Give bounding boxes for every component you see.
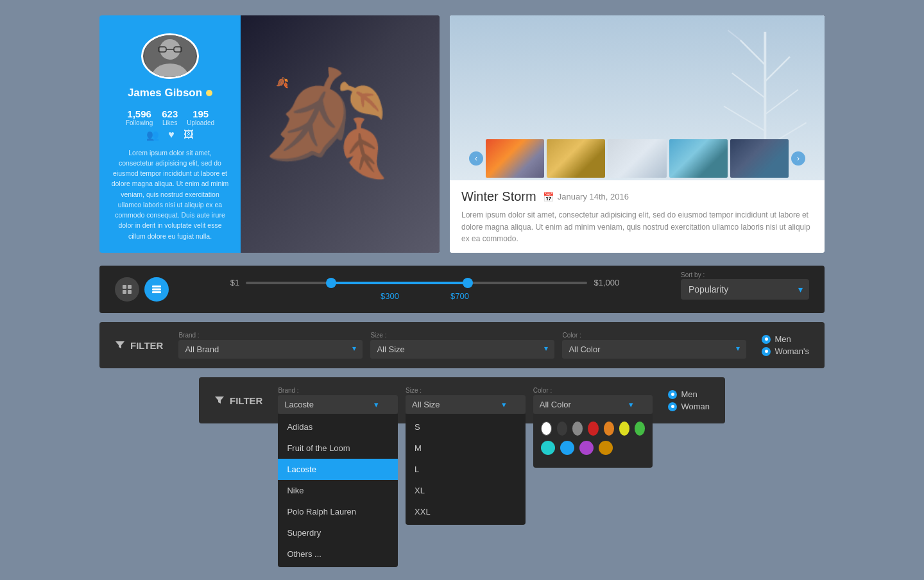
thumbnail-4[interactable] xyxy=(669,139,728,178)
filter-title-1: FILTER xyxy=(130,340,163,351)
filter-title-2: FILTER xyxy=(230,395,262,406)
svg-rect-24 xyxy=(152,291,161,293)
range-fill xyxy=(331,282,468,284)
sort-label: Sort by : xyxy=(681,271,705,278)
color-white[interactable] xyxy=(541,422,552,436)
brand-select-wrap-1: Brand : All Brand ▾ xyxy=(178,332,363,359)
size-option-s[interactable]: S xyxy=(406,416,526,438)
price-range-area: $1 $1,000 $300 $700 xyxy=(182,278,668,301)
radio-woman-2[interactable]: Woman xyxy=(668,402,710,411)
color-green[interactable] xyxy=(635,422,645,436)
brand-select-wrap-2: Brand : Lacoste ▾ Adidas Fruit of the Lo… xyxy=(278,387,398,414)
size-option-l[interactable]: L xyxy=(406,459,526,480)
color-dropdown-2 xyxy=(533,414,653,468)
gallery-info: Winter Storm 📅 January 14th, 2016 Lorem … xyxy=(450,180,825,253)
profile-name: James Gibson xyxy=(128,87,212,99)
gallery-thumbnails: ‹ › xyxy=(450,137,825,180)
size-option-xl[interactable]: XL xyxy=(406,480,526,501)
brand-option-nike[interactable]: Nike xyxy=(278,480,398,501)
sort-select[interactable]: Popularity Price: Low to High Price: Hig… xyxy=(681,279,809,300)
filter-label-1: FILTER xyxy=(115,340,163,351)
size-option-m[interactable]: M xyxy=(406,438,526,459)
brand-select-display-2[interactable]: Lacoste ▾ xyxy=(278,395,398,414)
color-blue[interactable] xyxy=(560,441,574,455)
brand-option-fotl[interactable]: Fruit of the Loom xyxy=(278,438,398,459)
size-select-wrap-1: Size : All Size ▾ xyxy=(370,332,554,359)
color-select-display-2[interactable]: All Color ▾ xyxy=(533,395,653,414)
profile-left: James Gibson 1,596 Following 623 Likes 1… xyxy=(99,15,241,253)
stat-uploaded: 195 Uploaded xyxy=(187,108,214,126)
size-select-display-2[interactable]: All Size ▾ xyxy=(406,395,526,414)
size-dropdown-2: S M L XL XXL xyxy=(406,414,526,525)
range-thumb-left[interactable] xyxy=(326,278,336,288)
color-teal[interactable] xyxy=(541,441,555,455)
filter-bar-2-container: FILTER Brand : Lacoste ▾ Adidas Fruit of… xyxy=(99,377,825,423)
svg-rect-23 xyxy=(152,289,161,291)
leaf-emoji: 🍂 xyxy=(276,77,289,88)
thumbnail-5[interactable] xyxy=(730,139,789,178)
price-range-bar: $1 $1,000 $300 $700 Sort by : Popularity… xyxy=(99,266,825,313)
radio-label-men-2: Men xyxy=(681,389,697,399)
gallery-description: Lorem ipsum dolor sit amet, consectetur … xyxy=(461,209,813,245)
range-values: $300 $700 xyxy=(381,291,469,301)
profile-card: James Gibson 1,596 Following 623 Likes 1… xyxy=(99,15,440,253)
radio-label-womans-1: Woman's xyxy=(774,346,809,356)
color-label-2: Color : xyxy=(533,387,653,394)
color-dark[interactable] xyxy=(557,422,567,436)
color-gray[interactable] xyxy=(572,422,583,436)
gender-radios-1: Men Woman's xyxy=(762,334,809,356)
color-red[interactable] xyxy=(588,422,598,436)
brand-option-others[interactable]: Others ... xyxy=(278,543,398,565)
color-select-1[interactable]: All Color xyxy=(562,340,746,359)
size-chevron-2: ▾ xyxy=(502,400,506,409)
svg-rect-18 xyxy=(123,285,126,289)
brand-option-polo[interactable]: Polo Ralph Lauren xyxy=(278,501,398,522)
range-thumb-right[interactable] xyxy=(463,278,473,288)
following-label: Following xyxy=(126,119,153,126)
top-section: James Gibson 1,596 Following 623 Likes 1… xyxy=(0,0,924,266)
price-min-label: $1 xyxy=(230,278,239,287)
following-icon: 👥 xyxy=(146,129,159,141)
stat-following: 1,596 Following xyxy=(126,108,153,126)
gallery-image-area: ‹ › xyxy=(450,15,825,180)
list-view-btn[interactable] xyxy=(144,277,169,302)
filter-dropdowns-2: Brand : Lacoste ▾ Adidas Fruit of the Lo… xyxy=(278,387,653,414)
size-option-xxl[interactable]: XXL xyxy=(406,501,526,522)
svg-rect-22 xyxy=(152,286,161,287)
size-select-1[interactable]: All Size xyxy=(370,340,554,359)
filter-bar-2: FILTER Brand : Lacoste ▾ Adidas Fruit of… xyxy=(199,377,725,423)
likes-count: 623 xyxy=(162,108,178,119)
radio-dot-womans-1 xyxy=(762,347,771,356)
radio-men-1[interactable]: Men xyxy=(762,334,809,344)
price-low-value: $300 xyxy=(381,291,399,301)
brand-option-superdry[interactable]: Superdry xyxy=(278,522,398,543)
color-yellow[interactable] xyxy=(619,422,629,436)
gallery-card: ‹ › Winter Storm 📅 January 14th, xyxy=(450,15,825,253)
filter-dropdowns-1: Brand : All Brand ▾ Size : All Size ▾ Co… xyxy=(178,332,746,359)
brand-select-1[interactable]: All Brand xyxy=(178,340,363,359)
brand-option-adidas[interactable]: Adidas xyxy=(278,416,398,438)
color-orange[interactable] xyxy=(604,422,614,436)
brand-label-2: Brand : xyxy=(278,387,398,394)
radio-men-2[interactable]: Men xyxy=(668,389,710,399)
radio-womans-1[interactable]: Woman's xyxy=(762,346,809,356)
thumbnail-2[interactable] xyxy=(547,139,605,178)
gallery-next-btn[interactable]: › xyxy=(791,151,805,166)
thumbnail-3[interactable] xyxy=(608,139,666,178)
online-indicator xyxy=(206,90,212,96)
size-value-2: All Size xyxy=(412,400,440,409)
color-purple[interactable] xyxy=(579,441,594,455)
thumbnail-1[interactable] xyxy=(486,139,544,178)
color-brown[interactable] xyxy=(599,441,613,455)
range-track[interactable] xyxy=(246,282,587,284)
filter-icon-2 xyxy=(214,395,225,405)
thumbnail-strip xyxy=(486,139,789,178)
radio-dot-men-2 xyxy=(668,390,677,399)
brand-option-lacoste[interactable]: Lacoste xyxy=(278,459,398,480)
gallery-prev-btn[interactable]: ‹ xyxy=(469,151,483,166)
color-row-2 xyxy=(541,441,646,455)
likes-label: Likes xyxy=(162,119,177,126)
brand-value-2: Lacoste xyxy=(284,400,314,409)
gallery-date: 📅 January 14th, 2016 xyxy=(543,192,629,202)
grid-view-btn[interactable] xyxy=(115,277,139,302)
